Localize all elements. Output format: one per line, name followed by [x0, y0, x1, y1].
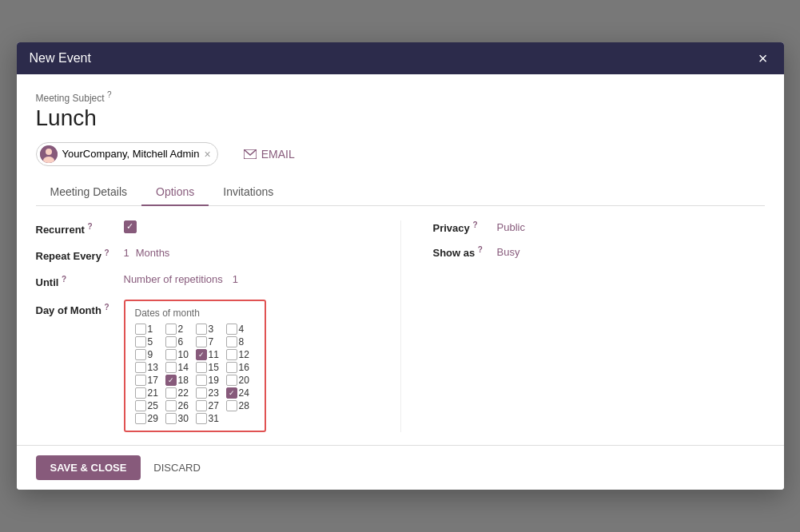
meeting-subject-value: Lunch [36, 105, 765, 131]
dom-row-5: 17 18 19 [135, 375, 255, 386]
dom-checkbox-22[interactable] [165, 387, 177, 399]
dom-checkbox-12[interactable] [226, 349, 237, 360]
dom-cell-23: 23 [196, 387, 225, 399]
day-of-month-label: Day of Month ? [36, 300, 124, 316]
repeat-every-unit: Months [136, 247, 170, 259]
dom-checkbox-1[interactable] [135, 324, 146, 335]
dom-cell-8: 8 [226, 336, 255, 347]
recurrent-row: Recurrent ? [36, 220, 368, 236]
attendee-chip[interactable]: YourCompany, Mitchell Admin × [36, 142, 218, 166]
dom-cell-10: 10 [165, 349, 194, 360]
remove-attendee-button[interactable]: × [204, 149, 210, 160]
dom-checkbox-21[interactable] [135, 387, 146, 399]
recurrent-checkbox[interactable] [124, 220, 137, 233]
dom-checkbox-17[interactable] [135, 375, 146, 386]
close-button[interactable]: × [755, 50, 771, 66]
dom-checkbox-18[interactable] [165, 375, 177, 386]
dom-cell-29: 29 [135, 413, 164, 424]
recurrent-label: Recurrent ? [36, 220, 124, 236]
dom-checkbox-7[interactable] [196, 336, 207, 347]
dom-cell-2: 2 [165, 324, 194, 335]
dom-cell-20: 20 [226, 375, 255, 386]
dom-row-7: 25 26 27 [135, 400, 255, 411]
dom-cell-13: 13 [135, 362, 164, 373]
dom-row-1: 1 2 3 [135, 324, 255, 335]
dom-checkbox-3[interactable] [196, 324, 207, 335]
dom-cell-5: 5 [135, 336, 164, 347]
dom-checkbox-28[interactable] [226, 400, 237, 411]
dom-checkbox-30[interactable] [165, 413, 177, 424]
dom-cell-22: 22 [165, 387, 194, 399]
show-as-label: Show as ? [433, 245, 497, 259]
dom-checkbox-24[interactable] [226, 387, 237, 399]
dom-checkbox-23[interactable] [196, 387, 207, 399]
dom-checkbox-25[interactable] [135, 400, 146, 411]
until-row: Until ? Number of repetitions 1 [36, 273, 368, 288]
dom-checkbox-26[interactable] [165, 400, 177, 411]
left-column: Recurrent ? Repeat Every ? 1 Mo [36, 220, 400, 433]
repeat-every-value: 1 Months [124, 247, 170, 259]
repeat-every-label: Repeat Every ? [36, 247, 124, 262]
dom-checkbox-6[interactable] [165, 336, 177, 347]
avatar [40, 145, 58, 163]
discard-button[interactable]: DISCARD [150, 455, 204, 480]
day-of-month-section: Day of Month ? Dates of month [36, 300, 368, 432]
dom-checkbox-10[interactable] [165, 349, 177, 360]
dom-grid-wrapper: Dates of month 1 [124, 300, 266, 432]
modal-header: New Event × [17, 42, 784, 74]
dom-checkbox-11[interactable] [196, 349, 207, 360]
dom-checkbox-29[interactable] [135, 413, 146, 424]
dom-cell-14: 14 [165, 362, 194, 373]
dom-checkbox-14[interactable] [165, 362, 177, 373]
email-button[interactable]: EMAIL [244, 148, 295, 161]
modal-body: Meeting Subject ? Lunch YourCompany, Mit… [17, 74, 784, 446]
meeting-subject-label: Meeting Subject ? [36, 90, 765, 104]
options-content: Recurrent ? Repeat Every ? 1 Mo [36, 220, 765, 433]
repeat-every-number: 1 [124, 247, 129, 259]
dom-cell-7: 7 [196, 336, 225, 347]
dom-checkbox-5[interactable] [135, 336, 146, 347]
privacy-label: Privacy ? [433, 220, 497, 234]
recurrent-value [124, 220, 137, 233]
dom-cell-31: 31 [196, 413, 225, 424]
modal-footer: SAVE & CLOSE DISCARD [17, 445, 784, 490]
dom-cell-28: 28 [226, 400, 255, 411]
dom-checkbox-8[interactable] [226, 336, 237, 347]
modal-title: New Event [30, 51, 91, 66]
dom-cell-15: 15 [196, 362, 225, 373]
dom-checkbox-9[interactable] [135, 349, 146, 360]
dom-row-8: 29 30 31 [135, 413, 255, 424]
dom-cell-16: 16 [226, 362, 255, 373]
until-number: 1 [233, 273, 238, 285]
dom-cell-27: 27 [196, 400, 225, 411]
dom-checkbox-2[interactable] [165, 324, 177, 335]
dom-checkbox-16[interactable] [226, 362, 237, 373]
dom-grid: 1 2 3 [135, 324, 255, 424]
svg-point-1 [46, 149, 52, 155]
dom-cell-9: 9 [135, 349, 164, 360]
dom-checkbox-19[interactable] [196, 375, 207, 386]
show-as-value: Busy [497, 246, 520, 258]
dom-checkbox-4[interactable] [226, 324, 237, 335]
save-close-button[interactable]: SAVE & CLOSE [36, 455, 141, 480]
dom-cell-12: 12 [226, 349, 255, 360]
dom-checkbox-15[interactable] [196, 362, 207, 373]
dom-row-6: 21 22 23 [135, 387, 255, 399]
tab-invitations[interactable]: Invitations [209, 179, 288, 206]
dom-checkbox-31[interactable] [196, 413, 207, 424]
dom-sublabel: Dates of month [135, 308, 255, 319]
dom-checkbox-13[interactable] [135, 362, 146, 373]
attendees-row: YourCompany, Mitchell Admin × EMAIL [36, 142, 765, 166]
dom-cell-11: 11 [196, 349, 225, 360]
tab-options[interactable]: Options [141, 179, 209, 206]
dom-checkbox-27[interactable] [196, 400, 207, 411]
dom-cell-4: 4 [226, 324, 255, 335]
dom-grid-container: Dates of month 1 [124, 300, 266, 432]
dom-checkbox-20[interactable] [226, 375, 237, 386]
privacy-value: Public [497, 221, 525, 233]
privacy-row: Privacy ? Public [433, 220, 765, 234]
tab-meeting-details[interactable]: Meeting Details [36, 179, 142, 206]
dom-cell-26: 26 [165, 400, 194, 411]
dom-cell-17: 17 [135, 375, 164, 386]
dom-cell-24: 24 [226, 387, 255, 399]
